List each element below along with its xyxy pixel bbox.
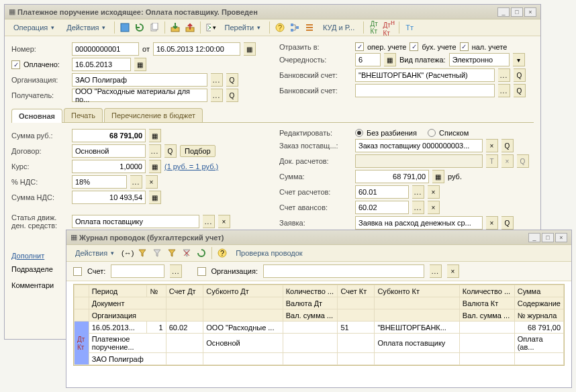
operation-menu[interactable]: Операция — [9, 21, 59, 34]
calc-icon[interactable]: ▦ — [149, 160, 161, 173]
filter-icon[interactable] — [136, 247, 148, 259]
org-filter-field[interactable] — [263, 264, 424, 278]
maximize-icon[interactable]: □ — [542, 233, 554, 242]
edit-nosplit-radio[interactable] — [355, 129, 363, 137]
calc-icon[interactable]: ▦ — [149, 191, 161, 204]
calendar-icon[interactable]: ▦ — [134, 58, 146, 71]
open-icon[interactable]: Q — [226, 89, 238, 102]
col-jnum[interactable]: № журнала — [514, 309, 563, 322]
select-icon[interactable]: ... — [498, 84, 510, 97]
clear-icon[interactable]: × — [428, 185, 440, 199]
acc-filter-checkbox[interactable] — [73, 267, 82, 276]
paid-checkbox[interactable]: ✓ — [11, 60, 20, 69]
rate-field[interactable]: 1,0000 — [72, 160, 146, 173]
goto-menu[interactable]: Перейти — [220, 21, 265, 34]
rate-hint[interactable]: (1 руб. = 1 руб.) — [164, 162, 218, 170]
calc-icon[interactable]: ▦ — [384, 53, 396, 66]
nal-uchet-checkbox[interactable]: ✓ — [460, 42, 469, 51]
clear-icon[interactable]: × — [486, 216, 498, 230]
col-doc[interactable]: Документ — [89, 297, 166, 309]
bank2-field[interactable] — [355, 84, 495, 97]
select-icon[interactable]: ... — [211, 73, 223, 87]
minimize-icon[interactable]: _ — [528, 233, 540, 242]
actions-menu[interactable]: Действия — [62, 21, 110, 34]
col-qtykt[interactable]: Количество ... — [459, 285, 514, 297]
accp-field[interactable]: 60.01 — [355, 185, 409, 199]
priority-field[interactable]: 6 — [355, 53, 381, 66]
col-sum[interactable]: Сумма — [514, 285, 563, 297]
close-icon[interactable]: × — [555, 233, 567, 242]
col-sdt[interactable]: Субконто Дт — [203, 285, 283, 297]
edit-list-radio[interactable] — [428, 129, 436, 137]
minimize-icon[interactable]: _ — [497, 7, 510, 17]
help-icon[interactable]: ? — [274, 21, 286, 34]
clear-icon[interactable]: × — [447, 264, 459, 278]
paid-date-field[interactable]: 16.05.2013 — [72, 58, 131, 71]
check-entries-button[interactable]: Проверка проводок — [231, 247, 307, 259]
tab-budget[interactable]: Перечисление в бюджет — [104, 108, 203, 122]
number-field[interactable]: 00000000001 — [72, 42, 139, 56]
clear-icon[interactable]: × — [218, 215, 230, 228]
org-filter-checkbox[interactable] — [197, 267, 206, 276]
table-row[interactable]: Платежное поручение... Основной Оплата п… — [75, 334, 564, 353]
filter-by-icon[interactable] — [166, 247, 178, 259]
clear-icon[interactable]: × — [428, 201, 440, 214]
req-field[interactable]: Заявка на расход денежных ср... — [355, 216, 483, 230]
org-field[interactable]: ЗАО Полиграф — [72, 73, 207, 87]
open-icon[interactable]: Q — [164, 144, 177, 158]
col-org[interactable]: Организация — [89, 309, 166, 322]
select-icon[interactable]: ... — [149, 144, 161, 158]
tt-icon[interactable]: Тт — [403, 21, 416, 34]
paytype-field[interactable]: Электронно — [449, 53, 510, 66]
kud-button[interactable]: КУД и Р... — [318, 21, 359, 34]
select-icon[interactable]: ... — [430, 264, 442, 278]
pick-button[interactable]: Подбор — [180, 145, 215, 157]
col-curdt[interactable]: Валюта Дт — [283, 297, 338, 309]
vatp-field[interactable]: 18% — [72, 175, 127, 189]
date-field[interactable]: 16.05.2013 12:00:00 — [153, 42, 240, 56]
table-row[interactable]: ДтКт 16.05.2013... 1 60.02 ООО "Расходны… — [75, 322, 564, 334]
recv-field[interactable]: ООО "Расходные материалы для по... — [72, 89, 207, 102]
calendar-icon[interactable]: ▦ — [244, 42, 256, 56]
help-icon[interactable]: ? — [216, 247, 228, 259]
dtkt-green-icon[interactable]: ДтКт — [368, 21, 380, 34]
col-vsumkt[interactable]: Вал. сумма ... — [459, 309, 514, 322]
clear-filter-icon[interactable] — [181, 247, 193, 259]
actions-menu[interactable]: Действия — [70, 247, 119, 259]
basis-icon[interactable] — [205, 21, 217, 34]
post-icon[interactable] — [169, 21, 181, 34]
clear-icon[interactable]: × — [486, 139, 498, 152]
tab-main[interactable]: Основная — [11, 109, 62, 123]
order-field[interactable]: Заказ поставщику 0000000003... — [355, 139, 483, 152]
col-dt[interactable]: Счет Дт — [166, 285, 203, 297]
refresh-icon[interactable] — [195, 247, 207, 259]
select-icon[interactable]: ... — [412, 201, 424, 214]
col-vsumdt[interactable]: Вал. сумма ... — [283, 309, 338, 322]
list-icon[interactable] — [303, 21, 316, 34]
col-curkt[interactable]: Валюта Кт — [459, 297, 514, 309]
open-icon[interactable]: Q — [501, 216, 514, 230]
entries-grid[interactable]: Период № Счет Дт Субконто Дт Количество … — [73, 284, 565, 366]
col-cont[interactable]: Содержание — [514, 297, 563, 309]
select-icon[interactable]: ... — [170, 264, 182, 278]
unpost-icon[interactable] — [184, 21, 196, 34]
bu-uchet-checkbox[interactable]: ✓ — [410, 42, 418, 51]
copy-icon[interactable] — [148, 21, 160, 34]
open-icon[interactable]: Q — [514, 68, 526, 82]
op-uchet-checkbox[interactable]: ✓ — [355, 42, 364, 51]
select-icon[interactable]: ... — [412, 185, 424, 199]
select-icon[interactable]: ... — [498, 68, 510, 82]
col-num[interactable]: № — [147, 285, 166, 297]
acc-filter-field[interactable] — [111, 264, 164, 278]
calc-icon[interactable]: ▦ — [149, 129, 161, 142]
contract-field[interactable]: Основной — [72, 144, 146, 158]
maximize-icon[interactable]: □ — [511, 7, 523, 17]
nav-icon[interactable]: (↔) — [122, 247, 134, 259]
dtkt-red-icon[interactable]: ДтнКт — [383, 21, 395, 34]
clear-icon[interactable]: × — [146, 175, 158, 189]
calc-icon[interactable]: ▦ — [432, 170, 444, 183]
close-icon[interactable]: × — [524, 7, 536, 17]
dropdown-icon[interactable]: ▾ — [513, 53, 525, 66]
sum2-field[interactable]: 68 791,00 — [355, 170, 429, 183]
save-icon[interactable] — [119, 21, 131, 34]
